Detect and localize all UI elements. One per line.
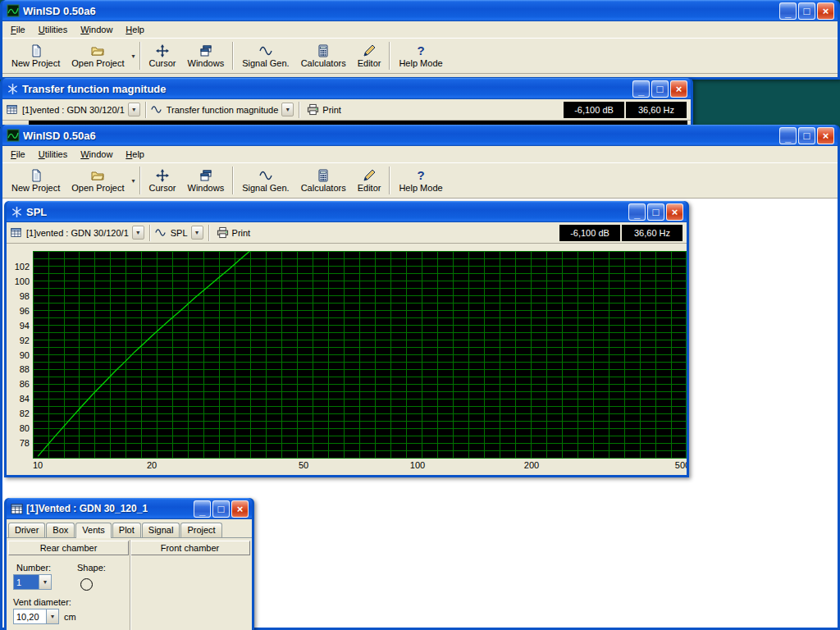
plot-window-icon xyxy=(11,206,23,218)
maximize-button[interactable]: □ xyxy=(798,127,815,144)
menu-file[interactable]: File xyxy=(4,147,32,162)
spl-y-tick: 86 xyxy=(7,379,30,389)
menu-bar: File Utilities Window Help xyxy=(2,21,838,39)
help-mode-icon: ? xyxy=(413,43,428,57)
new-project-button[interactable]: New Project xyxy=(6,165,66,197)
spl-x-tick: 500 xyxy=(670,460,687,470)
dropdown-icon[interactable]: ▾ xyxy=(132,226,144,240)
cursor-button[interactable]: Cursor xyxy=(144,40,182,72)
dropdown-icon[interactable]: ▾ xyxy=(281,103,294,116)
menu-utilities[interactable]: Utilities xyxy=(32,22,74,37)
rear-chamber-button[interactable]: Rear chamber xyxy=(8,541,129,555)
print-button[interactable]: Print xyxy=(214,226,252,240)
window-title: [1]Vented : GDN 30_120_1 xyxy=(26,503,148,514)
plot-type-icon xyxy=(155,227,166,238)
dropdown-icon[interactable]: ▾ xyxy=(46,609,59,624)
windows-button[interactable]: Windows xyxy=(182,40,231,72)
print-button[interactable]: Print xyxy=(304,103,342,116)
editor-button[interactable]: Editor xyxy=(352,40,387,72)
toolbar-separator xyxy=(139,167,141,194)
titlebar[interactable]: WinISD 0.50a6 _ □ × xyxy=(2,125,838,146)
tab-vents[interactable]: Vents xyxy=(75,523,112,538)
dropdown-icon[interactable]: ▾ xyxy=(191,226,203,240)
calculators-icon xyxy=(316,43,331,57)
menu-help[interactable]: Help xyxy=(119,22,151,37)
menu-help[interactable]: Help xyxy=(119,147,151,162)
open-project-button[interactable]: Open Project xyxy=(66,165,130,197)
project-selector[interactable]: [1]vented : GDN 30/120/1 ▾ xyxy=(20,102,141,117)
spl-x-tick: 100 xyxy=(405,460,430,470)
tab-plot[interactable]: Plot xyxy=(112,523,141,537)
maximize-button[interactable]: □ xyxy=(647,203,664,221)
open-project-button[interactable]: Open Project xyxy=(66,40,130,72)
menu-file[interactable]: File xyxy=(4,22,32,37)
minimize-button[interactable]: _ xyxy=(628,203,646,221)
minimize-button[interactable]: _ xyxy=(632,80,650,98)
menu-window[interactable]: Window xyxy=(74,147,119,162)
tab-driver[interactable]: Driver xyxy=(8,523,45,537)
cursor-hz-readout: 36,60 Hz xyxy=(622,225,682,241)
spl-plot-area[interactable] xyxy=(33,251,687,459)
open-project-dropdown-icon[interactable]: ▾ xyxy=(130,52,137,60)
spl-y-tick: 100 xyxy=(7,276,30,286)
close-button[interactable]: × xyxy=(817,2,834,20)
cursor-button[interactable]: Cursor xyxy=(144,165,182,197)
plot-type-selector[interactable]: Transfer function magnitude ▾ xyxy=(164,102,295,117)
new-project-icon xyxy=(29,168,43,182)
tab-signal[interactable]: Signal xyxy=(142,523,180,537)
minimize-button[interactable]: _ xyxy=(194,500,211,518)
maximize-button[interactable]: □ xyxy=(798,2,815,20)
editor-button[interactable]: Editor xyxy=(352,165,387,197)
calculators-button[interactable]: Calculators xyxy=(295,40,352,72)
toolbar-separator xyxy=(208,225,210,241)
main-window-1: WinISD 0.50a6 _ □ × File Utilities Windo… xyxy=(0,0,840,80)
vent-number-select[interactable]: 1 ▾ xyxy=(13,574,52,590)
windows-button[interactable]: Windows xyxy=(182,165,231,197)
vent-diameter-label: Vent diameter: xyxy=(13,597,71,607)
new-project-button[interactable]: New Project xyxy=(6,40,66,72)
open-project-dropdown-icon[interactable]: ▾ xyxy=(130,177,137,185)
spl-y-tick: 92 xyxy=(7,336,30,345)
vent-shape-circle-icon[interactable] xyxy=(80,578,93,591)
editor-icon xyxy=(362,168,377,182)
signal-gen-button[interactable]: Signal Gen. xyxy=(236,165,294,197)
spl-y-tick: 82 xyxy=(7,409,30,418)
titlebar[interactable]: Transfer function magnitude _ □ × xyxy=(2,78,691,99)
menu-window[interactable]: Window xyxy=(74,22,119,37)
plot-type-selector[interactable]: SPL ▾ xyxy=(168,225,204,240)
help-mode-button[interactable]: ? Help Mode xyxy=(393,165,448,197)
close-button[interactable]: × xyxy=(670,80,687,98)
tab-project[interactable]: Project xyxy=(180,523,221,537)
project-selector[interactable]: [1]vented : GDN 30/120/1 ▾ xyxy=(24,225,145,240)
vent-diameter-select[interactable]: 10,20 ▾ xyxy=(13,609,59,624)
maximize-button[interactable]: □ xyxy=(651,80,669,98)
titlebar[interactable]: [1]Vented : GDN 30_120_1 _ □ × xyxy=(7,498,252,519)
maximize-button[interactable]: □ xyxy=(212,500,230,518)
window-title: WinISD 0.50a6 xyxy=(23,130,96,142)
titlebar[interactable]: SPL _ □ × xyxy=(7,201,687,222)
minimize-button[interactable]: _ xyxy=(779,127,797,144)
dropdown-icon[interactable]: ▾ xyxy=(39,574,52,590)
menu-utilities[interactable]: Utilities xyxy=(32,147,74,162)
close-button[interactable]: × xyxy=(817,127,834,144)
toolbar-separator xyxy=(232,167,234,194)
calculators-icon xyxy=(316,168,331,182)
vented-project-window: [1]Vented : GDN 30_120_1 _ □ × Driver Bo… xyxy=(4,498,254,630)
dropdown-icon[interactable]: ▾ xyxy=(128,103,140,116)
cursor-db-readout: -6,100 dB xyxy=(564,102,624,118)
shape-label: Shape: xyxy=(77,563,106,573)
calculators-button[interactable]: Calculators xyxy=(295,165,352,197)
front-chamber-button[interactable]: Front chamber xyxy=(130,541,250,555)
titlebar[interactable]: WinISD 0.50a6 _ □ × xyxy=(2,0,838,21)
tab-box[interactable]: Box xyxy=(46,523,75,537)
toolbar-separator xyxy=(389,167,390,194)
plot-toolbar: [1]vented : GDN 30/120/1 ▾ SPL ▾ Print -… xyxy=(7,222,687,244)
signal-gen-button[interactable]: Signal Gen. xyxy=(236,40,294,72)
help-mode-button[interactable]: ? Help Mode xyxy=(393,40,448,72)
close-button[interactable]: × xyxy=(666,203,683,221)
winisd-app-icon xyxy=(7,129,20,142)
spl-x-tick: 20 xyxy=(139,460,164,470)
close-button[interactable]: × xyxy=(231,500,249,518)
minimize-button[interactable]: _ xyxy=(779,2,797,20)
cursor-db-readout: -6,100 dB xyxy=(559,225,620,241)
